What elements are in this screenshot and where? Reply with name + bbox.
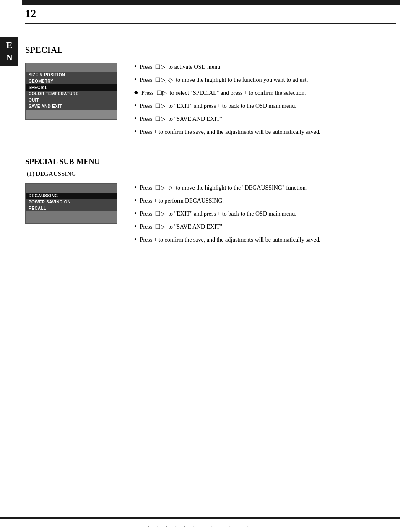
- osd-item-special: SPECIAL: [26, 84, 117, 91]
- bullet-5: Press ❑▷ to "SAVE AND EXIT".: [134, 115, 392, 123]
- deg-bullet-3: Press ❑▷ to "EXIT" and press + to back t…: [134, 209, 392, 218]
- degaussing-osd-footer: [26, 211, 117, 223]
- top-bar: [0, 0, 400, 5]
- degaussing-two-col: DEGAUSSING POWER SAVING ON RECALL Press …: [25, 183, 392, 248]
- icon-osd-sym-5: ❑▷: [155, 115, 165, 123]
- deg-bullet-2: Press + to perform DEGAUSSING.: [134, 196, 392, 205]
- osd-item-quit: QUIT: [26, 97, 117, 103]
- degaussing-bullet-list: Press ❑▷, ◇ to move the highlight to the…: [134, 183, 392, 244]
- icon-deg-sym-4: ❑▷: [155, 222, 165, 231]
- deg-bullet-4: Press ❑▷ to "SAVE AND EXIT".: [134, 222, 392, 231]
- special-heading: SPECIAL: [25, 45, 392, 55]
- submenu-sub-heading: (1) DEGAUSSING: [27, 170, 392, 177]
- letter-n: N: [6, 52, 13, 64]
- bullet-4: Press ❑▷ to "EXIT" and press + to back t…: [134, 102, 392, 110]
- deg-bullet-1: Press ❑▷, ◇ to move the highlight to the…: [134, 183, 392, 192]
- icon-osd-sym-1: ❑▷: [155, 63, 165, 71]
- degaussing-osd-col: DEGAUSSING POWER SAVING ON RECALL: [25, 183, 122, 248]
- osd-item-geometry: GEOMETRY: [26, 78, 117, 84]
- icon-deg-sym-3: ❑▷: [155, 209, 165, 218]
- degaussing-item-power-saving: POWER SAVING ON: [26, 199, 117, 205]
- bottom-bar: [0, 517, 400, 519]
- degaussing-item-recall: RECALL: [26, 205, 117, 211]
- osd-menu-header: [26, 63, 117, 72]
- bullet-2: Press ❑▷, ◇ to move the highlight to the…: [134, 76, 392, 84]
- degaussing-osd-header: [26, 184, 117, 193]
- icon-diamond-2: ◇: [168, 76, 173, 84]
- bullet-3: Press ❑▷ to select "SPECIAL" and press +…: [134, 89, 392, 97]
- special-osd-col: SIZE & POSITION GEOMETRY SPECIAL COLOR T…: [25, 63, 122, 141]
- icon-deg-sym-1a: ❑▷: [155, 183, 165, 192]
- submenu-heading: SPECIAL SUB-MENU: [25, 157, 392, 166]
- osd-menu-footer: [26, 110, 117, 119]
- icon-deg-diamond-1: ◇: [168, 183, 173, 192]
- bullet-1: Press ❑▷ to activate OSD menu.: [134, 63, 392, 71]
- top-divider: [25, 23, 396, 24]
- bottom-dots: · · · · · · · · · · · ·: [0, 524, 400, 529]
- sidebar-language-indicator: E N: [0, 37, 18, 66]
- osd-item-size-position: SIZE & POSITION: [26, 72, 117, 78]
- section-special: SPECIAL SIZE & POSITION GEOMETRY SPECIAL…: [25, 45, 392, 141]
- section-special-submenu: SPECIAL SUB-MENU (1) DEGAUSSING DEGAUSSI…: [25, 157, 392, 248]
- degaussing-osd-menu: DEGAUSSING POWER SAVING ON RECALL: [25, 183, 117, 224]
- degaussing-item-degaussing: DEGAUSSING: [26, 193, 117, 199]
- icon-osd-sym-3: ❑▷: [157, 89, 167, 97]
- deg-bullet-5: Press + to confirm the save, and the adj…: [134, 235, 392, 244]
- special-two-col: SIZE & POSITION GEOMETRY SPECIAL COLOR T…: [25, 63, 392, 141]
- main-content: SPECIAL SIZE & POSITION GEOMETRY SPECIAL…: [25, 33, 392, 248]
- special-osd-menu: SIZE & POSITION GEOMETRY SPECIAL COLOR T…: [25, 63, 117, 120]
- special-bullets-col: Press ❑▷ to activate OSD menu. Press ❑▷,…: [134, 63, 392, 141]
- icon-osd-sym-4: ❑▷: [155, 102, 165, 110]
- bullet-6: Press + to confirm the save, and the adj…: [134, 128, 392, 136]
- sidebar: E N: [0, 0, 22, 532]
- special-bullet-list: Press ❑▷ to activate OSD menu. Press ❑▷,…: [134, 63, 392, 136]
- degaussing-bullets-col: Press ❑▷, ◇ to move the highlight to the…: [134, 183, 392, 248]
- osd-item-save-exit: SAVE AND EXIT: [26, 103, 117, 110]
- icon-osd-sym-2a: ❑▷: [155, 76, 165, 84]
- osd-item-color-temp: COLOR TEMPERATURE: [26, 91, 117, 97]
- letter-e: E: [6, 39, 13, 52]
